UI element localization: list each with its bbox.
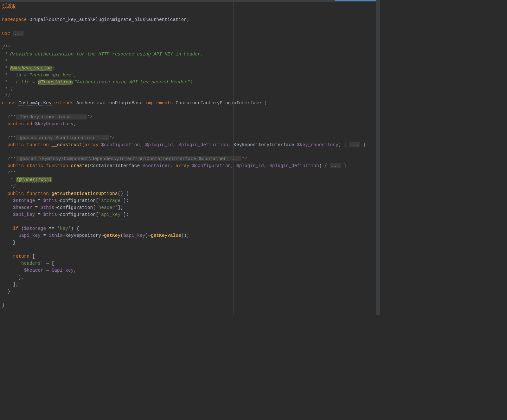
indent	[2, 156, 7, 161]
code-line[interactable]: }	[1, 302, 380, 309]
code-line[interactable]: 'headers' ⇒ [	[1, 260, 380, 267]
code-line[interactable]: $api_key = $this→keyRepository→getKey($a…	[1, 232, 380, 239]
code-line[interactable]: */	[1, 183, 380, 190]
arrow: →	[101, 233, 104, 238]
punct: ],	[18, 275, 24, 280]
code-line[interactable]: /**	[1, 44, 380, 51]
code-line[interactable]: public function getAuthenticationOptions…	[1, 190, 380, 197]
code-line[interactable]: $header ⇒ $api_key,	[1, 267, 380, 274]
code-line[interactable]: * Provides authentication for the HTTP r…	[1, 51, 380, 58]
param: $configuration	[101, 142, 140, 147]
code-line[interactable]: $storage = $this→configuration['storage'…	[1, 197, 380, 204]
indent	[2, 289, 7, 294]
method-call: getKey	[104, 233, 120, 238]
keyword-namespace: namespace	[2, 17, 27, 22]
brace: }	[2, 303, 5, 308]
code-line[interactable]: }	[1, 239, 380, 246]
docblock-close: */	[7, 184, 16, 189]
code-line[interactable]: $header = $this→configuration['header'];	[1, 204, 380, 211]
code-line[interactable]: /**	[1, 169, 380, 176]
code-line[interactable]	[1, 148, 380, 155]
code-line[interactable]: public static function create(ContainerI…	[1, 162, 380, 169]
code-line[interactable]	[1, 246, 380, 253]
code-line[interactable]: <?php	[1, 2, 380, 9]
arrow-fat: ⇒ [	[43, 261, 55, 266]
code-line[interactable]: * id = "custom_api_key",	[1, 72, 380, 79]
folded-doc[interactable]: @param array $configuration ...	[16, 135, 109, 140]
docblock-text: (	[52, 66, 55, 71]
keyword-function: function	[27, 191, 49, 196]
variable: $header	[13, 205, 32, 210]
folded-body[interactable]: ...	[330, 163, 341, 168]
indent	[2, 114, 7, 120]
code-line[interactable]: protected $keyRepository;	[1, 120, 380, 127]
punct: (	[18, 226, 24, 231]
docblock: */	[87, 114, 93, 120]
punct: [	[29, 254, 35, 259]
code-line[interactable]: }	[1, 288, 380, 295]
class-name: CustomApiKey	[18, 100, 51, 106]
code-line[interactable]: namespace Drupal\custom_key_auth\Plugin\…	[1, 16, 380, 23]
code-line[interactable]: ],	[1, 274, 380, 281]
code-line[interactable]: class CustomApiKey extends Authenticatio…	[1, 100, 380, 107]
code-line[interactable]: * title = @Translation("Authenticate usi…	[1, 79, 380, 86]
code-line[interactable]: * )	[1, 86, 380, 93]
punct: ();	[181, 233, 189, 238]
code-line[interactable]: * {@inheritdoc}	[1, 176, 380, 183]
code-line[interactable]	[1, 218, 380, 225]
param: $key_repository	[297, 142, 338, 147]
code-line[interactable]	[1, 9, 380, 16]
method-call: getKeyValue	[151, 233, 181, 238]
keyword-public: public	[7, 163, 24, 168]
code-line[interactable]	[1, 37, 380, 44]
code-editor[interactable]: <?php namespace Drupal\custom_key_auth\P…	[0, 0, 380, 315]
keyword-class: class	[2, 100, 16, 106]
indent	[2, 163, 7, 168]
code-line[interactable]: */	[1, 93, 380, 100]
code-line[interactable]: use ...	[1, 30, 380, 37]
indent	[2, 212, 13, 217]
method-name: getAuthenticationOptions	[52, 191, 118, 196]
php-open-tag: <?php	[2, 3, 16, 8]
param: $plugin_definition	[178, 142, 228, 147]
string: 'storage'	[99, 198, 123, 203]
punct: ,	[231, 163, 234, 168]
variable: $api_key	[18, 233, 41, 238]
code-line[interactable]: *	[1, 58, 380, 65]
variable: $api_key	[13, 212, 35, 217]
keyword-function: function	[46, 163, 68, 168]
punct: ) {	[338, 142, 347, 147]
code-line[interactable]: ];	[1, 281, 380, 288]
docblock-text: ,	[74, 73, 76, 78]
punct: ];	[118, 205, 123, 210]
folded-doc[interactable]: The key repository. ...	[16, 114, 87, 120]
code-line[interactable]	[1, 23, 380, 30]
annotation-translation: @Translation	[38, 80, 71, 85]
folded-doc[interactable]: @param \Symfony\Component\DependencyInje…	[16, 156, 242, 161]
folded-body[interactable]: ...	[349, 142, 360, 147]
arrow: →	[62, 233, 65, 238]
code-line[interactable]	[1, 107, 380, 113]
keyword-static: static	[27, 163, 43, 168]
docblock-text: * )	[2, 87, 13, 92]
code-line[interactable]: return [	[1, 253, 380, 260]
docblock-text: )	[190, 80, 193, 85]
code-line[interactable]: if ($storage == 'key') {	[1, 225, 380, 232]
docblock: /**	[7, 135, 16, 140]
property: $keyRepository	[35, 121, 74, 126]
code-line[interactable]	[1, 295, 380, 302]
property-access: configuration[	[57, 205, 96, 210]
indent	[2, 261, 18, 266]
param: $plugin_id	[236, 163, 264, 168]
code-line[interactable]: $api_key = $this→configuration['api_key'…	[1, 211, 380, 218]
code-line[interactable]: /** @param array $configuration ...*/	[1, 134, 380, 141]
folded-region[interactable]: ...	[13, 31, 24, 36]
variable: $api_key	[123, 233, 145, 238]
code-line[interactable]: /** @param \Symfony\Component\Dependency…	[1, 155, 380, 162]
code-line[interactable]: * @Authentication(	[1, 65, 380, 72]
docblock-text: (	[72, 80, 74, 85]
code-line[interactable]	[1, 127, 380, 134]
op: =	[35, 212, 43, 217]
code-line[interactable]: public function __construct(array $confi…	[1, 141, 380, 148]
code-line[interactable]: /** The key repository. ...*/	[1, 113, 380, 120]
